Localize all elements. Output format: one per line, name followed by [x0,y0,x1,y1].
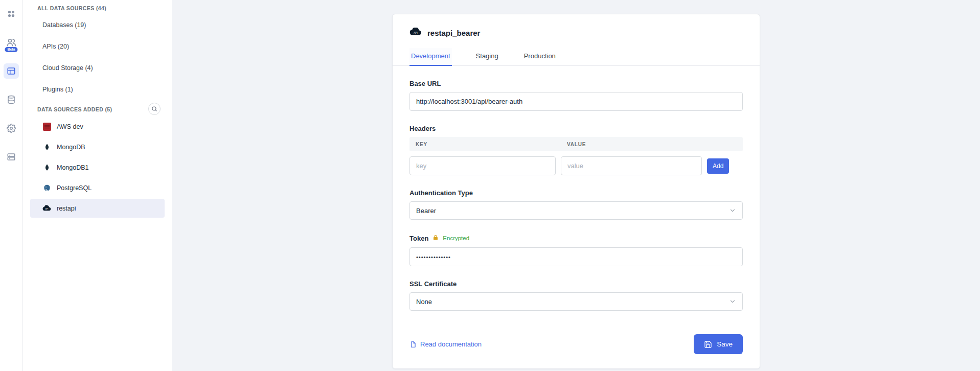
sidebar-source-postgresql[interactable]: PostgreSQL [30,178,165,197]
auth-type-value: Bearer [416,207,436,215]
documentation-icon [409,341,417,348]
source-label: MongoDB [57,144,85,151]
header-key-input[interactable] [409,156,556,175]
headers-label: Headers [409,125,743,132]
search-icon [151,106,157,112]
token-input[interactable] [409,247,743,266]
users-icon[interactable]: Beta [4,35,19,50]
encrypted-badge: Encrypted [443,235,469,241]
settings-gear-icon[interactable] [4,121,19,136]
postgresql-icon [42,183,51,192]
mongodb-icon [42,143,51,151]
aws-icon [42,122,51,131]
sidebar-source-restapi[interactable]: API restapi [30,199,165,218]
data-sources-added-header: DATA SOURCES ADDED (5) [23,102,112,115]
left-icon-rail: Beta [0,0,23,371]
data-sources-added-row: DATA SOURCES ADDED (5) [23,102,172,115]
token-label: Token [409,235,428,242]
chevron-down-icon [729,207,736,214]
header-value-input[interactable] [561,156,702,175]
auth-type-select[interactable]: Bearer [409,201,743,220]
beta-badge: Beta [5,47,17,52]
save-button-label: Save [717,340,733,348]
tab-production[interactable]: Production [522,48,557,66]
datasource-form: Base URL Headers KEY VALUE Add Authentic… [393,66,760,311]
sidebar-item-cloud-storage[interactable]: Cloud Storage (4) [23,57,172,79]
app-logo-icon[interactable] [4,6,19,21]
card-header: API restapi_bearer [393,14,760,38]
page-title: restapi_bearer [427,29,480,37]
svg-text:API: API [45,208,48,210]
data-sources-icon[interactable] [4,63,19,79]
base-url-input[interactable] [409,92,743,111]
sidebar-item-databases[interactable]: Databases (19) [23,14,172,36]
ssl-certificate-label: SSL Certificate [409,280,743,288]
tab-development[interactable]: Development [409,48,452,66]
source-label: MongoDB1 [57,164,89,171]
read-documentation-link[interactable]: Read documentation [409,340,482,348]
restapi-icon: API [42,204,51,213]
save-icon [704,340,712,349]
add-header-button[interactable]: Add [707,158,729,174]
headers-value-column: VALUE [561,142,586,147]
sidebar-item-plugins[interactable]: Plugins (1) [23,79,172,100]
data-sources-sidebar: ALL DATA SOURCES (44) Databases (19) API… [23,0,172,371]
marketplace-icon[interactable] [4,149,19,165]
tab-staging[interactable]: Staging [474,48,500,66]
main-area: API restapi_bearer Development Staging P… [172,0,980,371]
source-label: PostgreSQL [57,184,92,192]
lock-icon [432,234,439,243]
svg-text:API: API [414,32,418,34]
search-button[interactable] [148,103,161,115]
doc-link-label: Read documentation [420,340,482,348]
sidebar-source-mongodb[interactable]: MongoDB [30,137,165,156]
headers-column-row: KEY VALUE [409,137,743,151]
chevron-down-icon [729,298,736,305]
ssl-certificate-value: None [416,298,432,306]
sidebar-item-apis[interactable]: APIs (20) [23,36,172,57]
database-icon[interactable] [4,92,19,107]
environment-tabs: Development Staging Production [393,48,760,66]
ssl-certificate-select[interactable]: None [409,292,743,311]
sidebar-source-mongodb1[interactable]: MongoDB1 [30,158,165,177]
all-data-sources-header: ALL DATA SOURCES (44) [23,1,172,14]
auth-type-label: Authentication Type [409,189,743,197]
app-root: Beta ALL DATA SOURCES (44) Databases (19… [0,0,980,371]
source-label: restapi [57,205,76,212]
datasource-card: API restapi_bearer Development Staging P… [392,14,760,369]
save-button[interactable]: Save [694,334,743,354]
headers-input-row: Add [409,156,743,175]
base-url-label: Base URL [409,80,743,87]
sidebar-source-aws-dev[interactable]: AWS dev [30,117,165,136]
mongodb-icon [42,163,51,172]
card-footer: Read documentation Save [393,334,760,368]
token-label-row: Token Encrypted [409,234,743,243]
restapi-icon: API [409,28,422,38]
headers-key-column: KEY [409,142,561,147]
source-label: AWS dev [57,123,83,130]
